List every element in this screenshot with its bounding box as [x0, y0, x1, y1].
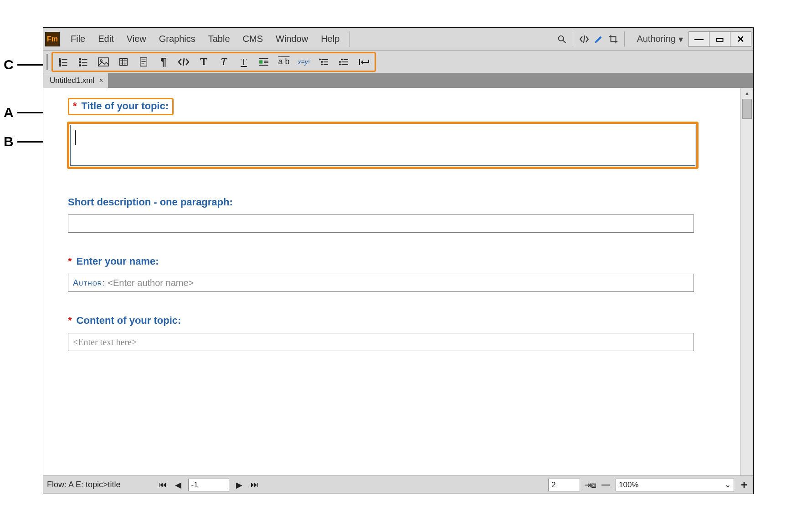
menu-graphics[interactable]: Graphics [154, 32, 201, 46]
text-cursor [75, 130, 76, 145]
menu-cms[interactable]: CMS [237, 32, 268, 46]
bold-icon[interactable]: T [198, 56, 210, 68]
workspace-label: Authoring [637, 34, 676, 44]
menu-edit[interactable]: Edit [93, 32, 119, 46]
title-input[interactable] [70, 125, 695, 166]
bulleted-list-icon[interactable] [77, 56, 89, 68]
menu-divider-3 [624, 31, 625, 47]
svg-point-16 [100, 60, 102, 61]
highlighter-icon[interactable] [592, 33, 605, 46]
svg-point-38 [341, 59, 342, 60]
window-controls: — ▭ ✕ [689, 31, 751, 47]
shortdesc-label: Short description - one paragraph: [68, 196, 233, 208]
menu-bar: Fm File Edit View Graphics Table CMS Win… [43, 28, 753, 51]
menu-window[interactable]: Window [270, 32, 313, 46]
strikethrough-icon[interactable]: a b [278, 56, 290, 68]
numbered-list-icon[interactable]: 123 [57, 56, 69, 68]
content-label: Content of your topic: [77, 315, 181, 326]
toolbar-grip[interactable] [46, 54, 50, 70]
required-marker: * [68, 255, 72, 267]
code-tag-icon[interactable] [578, 33, 591, 46]
insert-return-icon[interactable] [358, 56, 370, 68]
document-viewport: *Title of your topic: Short description … [43, 88, 740, 475]
last-page-icon[interactable]: ⏭ [249, 480, 260, 490]
name-label-row: *Enter your name: [68, 255, 729, 267]
svg-point-34 [321, 61, 322, 62]
callout-a-label: A [4, 105, 14, 120]
toolbar-highlight: 123 ¶ T T T a b x=y² [51, 52, 376, 72]
title-label-highlight: *Title of your topic: [68, 98, 174, 115]
menu-view[interactable]: View [121, 32, 152, 46]
name-placeholder: <Enter author name> [108, 278, 194, 288]
menu-divider-2 [573, 31, 573, 47]
document-tab-label: Untitled1.xml [50, 76, 94, 85]
vertical-scrollbar[interactable]: ▴ [740, 88, 753, 475]
crop-icon[interactable] [607, 33, 620, 46]
svg-rect-17 [120, 58, 128, 65]
scroll-up-icon[interactable]: ▴ [741, 88, 753, 98]
chevron-down-icon: ⌄ [725, 480, 731, 490]
code-icon[interactable] [178, 56, 190, 68]
status-bar: Flow: A E: topic>title ⏮ ◀ -1 ▶ ⏭ 2 ⇥⧈ —… [43, 475, 753, 494]
zoom-out-icon[interactable]: — [600, 480, 611, 490]
close-button[interactable]: ✕ [730, 31, 751, 47]
required-marker: * [73, 100, 77, 112]
name-prefix: Author: [73, 278, 105, 288]
svg-point-40 [339, 61, 340, 62]
indent-increase-icon[interactable] [318, 56, 330, 68]
search-icon[interactable] [555, 33, 568, 46]
menu-help[interactable]: Help [315, 32, 345, 46]
tab-close-icon[interactable]: × [99, 77, 103, 85]
svg-line-1 [563, 40, 566, 43]
fit-page-icon[interactable]: ⇥⧈ [585, 480, 596, 490]
first-page-icon[interactable]: ⏮ [157, 480, 168, 490]
equation-icon[interactable]: x=y² [298, 56, 310, 68]
underline-icon[interactable]: T [238, 56, 250, 68]
app-window: Fm File Edit View Graphics Table CMS Win… [43, 27, 754, 494]
table-icon[interactable] [118, 56, 129, 68]
callout-c-label: C [4, 57, 14, 72]
pilcrow-icon[interactable]: ¶ [158, 56, 170, 68]
name-input[interactable]: Author: <Enter author name> [68, 274, 694, 292]
scroll-thumb[interactable] [742, 99, 752, 119]
wrap-text-icon[interactable] [258, 56, 270, 68]
image-icon[interactable] [98, 56, 109, 68]
document-tab[interactable]: Untitled1.xml × [43, 73, 108, 88]
chevron-down-icon: ▾ [678, 34, 683, 45]
document-area: *Title of your topic: Short description … [43, 88, 753, 475]
minimize-button[interactable]: — [689, 31, 709, 47]
maximize-button[interactable]: ▭ [709, 31, 730, 47]
content-input[interactable]: <Enter text here> [68, 333, 694, 351]
menu-file[interactable]: File [65, 32, 91, 46]
italic-icon[interactable]: T [218, 56, 230, 68]
tab-strip: Untitled1.xml × [43, 73, 753, 88]
next-page-icon[interactable]: ▶ [234, 480, 245, 490]
title-label: Title of your topic: [82, 100, 169, 112]
svg-point-11 [79, 61, 81, 63]
svg-line-26 [183, 58, 184, 66]
page-left-input[interactable]: -1 [188, 479, 229, 491]
svg-point-13 [79, 64, 81, 66]
required-marker: * [68, 315, 72, 326]
svg-text:3: 3 [59, 64, 61, 66]
page-right-input[interactable]: 2 [548, 479, 580, 491]
zoom-select[interactable]: 100% ⌄ [616, 479, 734, 491]
menu-table[interactable]: Table [203, 32, 236, 46]
zoom-in-icon[interactable]: + [739, 480, 750, 490]
workspace-switcher[interactable]: Authoring ▾ [629, 34, 686, 45]
zoom-value: 100% [619, 480, 638, 490]
content-placeholder: <Enter text here> [73, 337, 137, 347]
title-field-highlight [67, 122, 699, 169]
menu-divider [349, 31, 350, 47]
svg-point-32 [319, 59, 320, 60]
name-label: Enter your name: [77, 255, 159, 267]
indent-decrease-icon[interactable] [338, 56, 350, 68]
callout-b-label: B [4, 134, 14, 149]
prev-page-icon[interactable]: ◀ [173, 480, 184, 490]
svg-point-36 [321, 64, 322, 65]
svg-rect-22 [140, 57, 147, 66]
note-icon[interactable] [138, 56, 149, 68]
shortdesc-input[interactable] [68, 214, 694, 233]
svg-rect-15 [98, 58, 108, 66]
status-flow: Flow: A E: topic>title [47, 480, 134, 490]
